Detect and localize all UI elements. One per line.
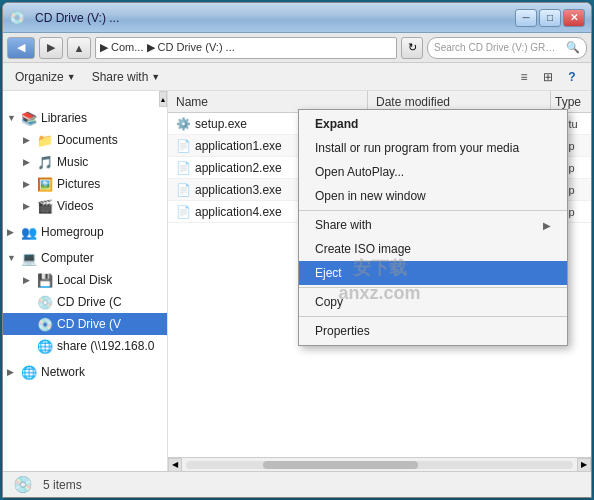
- menu-label-iso: Create ISO image: [315, 242, 411, 256]
- expand-libraries-arrow: ▼: [7, 113, 19, 123]
- up-button[interactable]: ▲: [67, 37, 91, 59]
- sidebar: ▲ ▼ 📚 Libraries ▶ 📁 Documents ▶ 🎵 Music …: [3, 91, 168, 471]
- sidebar-item-documents[interactable]: ▶ 📁 Documents: [3, 129, 167, 151]
- menu-item-share-with[interactable]: Share with ▶: [299, 213, 567, 237]
- search-bar[interactable]: Search CD Drive (V:) GRMSP1.1_DVD 🔍: [427, 37, 587, 59]
- title-bar: 💿 CD Drive (V:) ... ─ □ ✕: [3, 3, 591, 33]
- share-icon: 🌐: [37, 338, 53, 354]
- sidebar-label-documents: Documents: [57, 133, 118, 147]
- horizontal-scrollbar[interactable]: ◀ ▶: [168, 457, 591, 471]
- sidebar-item-computer[interactable]: ▼ 💻 Computer: [3, 247, 167, 269]
- sidebar-label-share: share (\\192.168.0: [57, 339, 154, 353]
- file-icon: 📄: [176, 205, 191, 219]
- expand-music-arrow: ▶: [23, 157, 35, 167]
- menu-label-eject: Eject: [315, 266, 342, 280]
- pictures-icon: 🖼️: [37, 176, 53, 192]
- view-details-button[interactable]: ≡: [513, 66, 535, 88]
- cd-drive-v-icon: 💿: [37, 316, 53, 332]
- expand-computer-arrow: ▼: [7, 253, 19, 263]
- sidebar-label-cd-c: CD Drive (C: [57, 295, 122, 309]
- sidebar-item-libraries[interactable]: ▼ 📚 Libraries: [3, 107, 167, 129]
- expand-pictures-arrow: ▶: [23, 179, 35, 189]
- file-icon: 📄: [176, 183, 191, 197]
- sidebar-item-local-disk[interactable]: ▶ 💾 Local Disk: [3, 269, 167, 291]
- sidebar-item-share[interactable]: 🌐 share (\\192.168.0: [3, 335, 167, 357]
- menu-item-autoplay[interactable]: Open AutoPlay...: [299, 160, 567, 184]
- toolbar: Organize ▼ Share with ▼ ≡ ⊞ ?: [3, 63, 591, 91]
- breadcrumb[interactable]: ▶ Com... ▶ CD Drive (V:) ...: [95, 37, 397, 59]
- sidebar-scroll-up[interactable]: ▲: [159, 91, 167, 107]
- window-title: CD Drive (V:) ...: [35, 11, 119, 25]
- menu-item-expand[interactable]: Expand: [299, 112, 567, 136]
- maximize-button[interactable]: □: [539, 9, 561, 27]
- menu-item-open-window[interactable]: Open in new window: [299, 184, 567, 208]
- main-area: ▲ ▼ 📚 Libraries ▶ 📁 Documents ▶ 🎵 Music …: [3, 91, 591, 471]
- status-icon: 💿: [11, 475, 35, 495]
- organize-arrow: ▼: [67, 72, 76, 82]
- context-menu: Expand Install or run program from your …: [298, 109, 568, 346]
- scroll-thumb[interactable]: [263, 461, 418, 469]
- computer-icon: 💻: [21, 250, 37, 266]
- sidebar-item-music[interactable]: ▶ 🎵 Music: [3, 151, 167, 173]
- libraries-icon: 📚: [21, 110, 37, 126]
- sidebar-label-music: Music: [57, 155, 88, 169]
- search-icon[interactable]: 🔍: [566, 41, 580, 54]
- expand-videos-arrow: ▶: [23, 201, 35, 211]
- sidebar-label-homegroup: Homegroup: [41, 225, 104, 239]
- file-icon: ⚙️: [176, 117, 191, 131]
- local-disk-icon: 💾: [37, 272, 53, 288]
- menu-label-open-window: Open in new window: [315, 189, 426, 203]
- sidebar-label-libraries: Libraries: [41, 111, 87, 125]
- title-controls: ─ □ ✕: [515, 9, 585, 27]
- minimize-button[interactable]: ─: [515, 9, 537, 27]
- organize-button[interactable]: Organize ▼: [11, 66, 80, 88]
- view-tiles-button[interactable]: ⊞: [537, 66, 559, 88]
- address-bar: ◀ ▶ ▲ ▶ Com... ▶ CD Drive (V:) ... ↻ Sea…: [3, 33, 591, 63]
- scroll-left-button[interactable]: ◀: [168, 458, 182, 472]
- menu-separator-1: [299, 210, 567, 211]
- sidebar-label-videos: Videos: [57, 199, 93, 213]
- sidebar-item-network[interactable]: ▶ 🌐 Network: [3, 361, 167, 383]
- main-window: 💿 CD Drive (V:) ... ─ □ ✕ ◀ ▶ ▲ ▶ Com...…: [2, 2, 592, 498]
- file-icon: 📄: [176, 139, 191, 153]
- sidebar-item-videos[interactable]: ▶ 🎬 Videos: [3, 195, 167, 217]
- menu-label-autoplay: Open AutoPlay...: [315, 165, 404, 179]
- search-placeholder: Search CD Drive (V:) GRMSP1.1_DVD: [434, 42, 562, 53]
- back-button[interactable]: ◀: [7, 37, 35, 59]
- expand-documents-arrow: ▶: [23, 135, 35, 145]
- sidebar-item-pictures[interactable]: ▶ 🖼️ Pictures: [3, 173, 167, 195]
- menu-item-iso[interactable]: Create ISO image: [299, 237, 567, 261]
- music-icon: 🎵: [37, 154, 53, 170]
- window-icon: 💿: [9, 10, 25, 26]
- sidebar-label-network: Network: [41, 365, 85, 379]
- sidebar-item-cd-drive-v[interactable]: 💿 CD Drive (V: [3, 313, 167, 335]
- menu-label-expand: Expand: [315, 117, 358, 131]
- refresh-button[interactable]: ↻: [401, 37, 423, 59]
- share-arrow: ▼: [151, 72, 160, 82]
- sidebar-item-cd-drive-c[interactable]: 💿 CD Drive (C: [3, 291, 167, 313]
- close-button[interactable]: ✕: [563, 9, 585, 27]
- expand-network-arrow: ▶: [7, 367, 19, 377]
- title-bar-left: 💿 CD Drive (V:) ...: [9, 10, 119, 26]
- forward-button[interactable]: ▶: [39, 37, 63, 59]
- sidebar-item-homegroup[interactable]: ▶ 👥 Homegroup: [3, 221, 167, 243]
- menu-label-share-with: Share with: [315, 218, 372, 232]
- menu-item-properties[interactable]: Properties: [299, 319, 567, 343]
- share-with-button[interactable]: Share with ▼: [88, 66, 165, 88]
- status-count: 5 items: [43, 478, 82, 492]
- sidebar-label-computer: Computer: [41, 251, 94, 265]
- scroll-right-button[interactable]: ▶: [577, 458, 591, 472]
- expand-local-disk-arrow: ▶: [23, 275, 35, 285]
- menu-item-install[interactable]: Install or run program from your media: [299, 136, 567, 160]
- cd-drive-c-icon: 💿: [37, 294, 53, 310]
- expand-homegroup-arrow: ▶: [7, 227, 19, 237]
- file-icon: 📄: [176, 161, 191, 175]
- view-icons: ≡ ⊞ ?: [513, 66, 583, 88]
- menu-item-copy[interactable]: Copy: [299, 290, 567, 314]
- scroll-track[interactable]: [186, 461, 573, 469]
- help-button[interactable]: ?: [561, 66, 583, 88]
- menu-item-eject[interactable]: Eject: [299, 261, 567, 285]
- menu-separator-3: [299, 316, 567, 317]
- submenu-arrow: ▶: [543, 220, 551, 231]
- homegroup-icon: 👥: [21, 224, 37, 240]
